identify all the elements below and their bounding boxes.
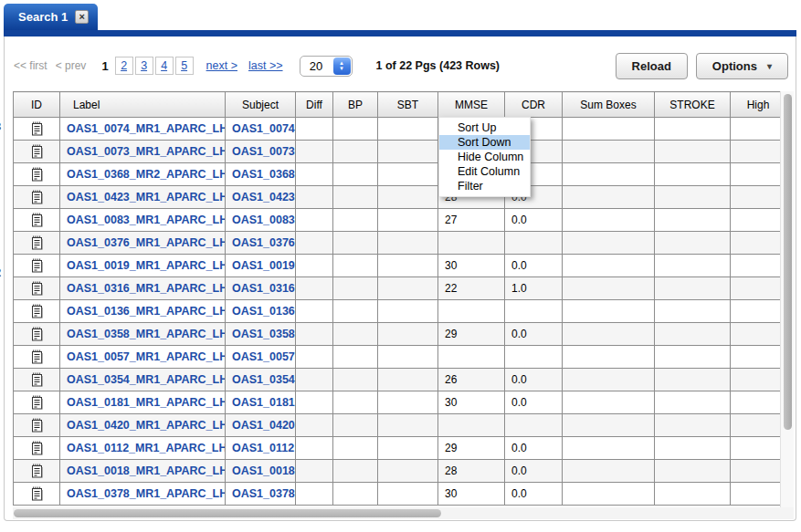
- cell-mmse: 30: [438, 483, 505, 506]
- report-icon[interactable]: [31, 190, 43, 204]
- row-label-link[interactable]: OAS1_0136_MR1_APARC_LH: [60, 300, 226, 323]
- report-icon[interactable]: [31, 441, 43, 455]
- column-header-id[interactable]: ID: [14, 92, 60, 118]
- page-link[interactable]: 2: [121, 59, 127, 72]
- row-subject-link[interactable]: OAS1_0354: [226, 369, 296, 391]
- row-subject-link[interactable]: OAS1_0073: [226, 141, 296, 163]
- horizontal-scrollbar-thumb[interactable]: [14, 509, 441, 517]
- row-subject-link[interactable]: OAS1_0358: [226, 323, 296, 346]
- menu-item-sort-up[interactable]: Sort Up: [439, 120, 530, 135]
- pagination-page-5[interactable]: 5: [175, 57, 194, 75]
- column-header-sbt[interactable]: SBT: [378, 92, 438, 118]
- report-icon[interactable]: [31, 464, 43, 478]
- report-icon[interactable]: [31, 395, 43, 410]
- tab-search-1[interactable]: Search 1 ×: [4, 4, 98, 30]
- cell-diff: [296, 483, 333, 506]
- column-header-stroke[interactable]: STROKE: [655, 92, 731, 118]
- cell-high: [731, 346, 781, 369]
- report-icon[interactable]: [31, 486, 43, 501]
- column-header-label[interactable]: Label: [60, 92, 226, 118]
- column-header-cdr[interactable]: CDR: [505, 92, 563, 118]
- column-header-bp[interactable]: BP: [333, 92, 378, 118]
- row-label-link[interactable]: OAS1_0073_MR1_APARC_LH: [60, 141, 226, 163]
- column-header-high[interactable]: High: [731, 92, 781, 118]
- row-label-link[interactable]: OAS1_0420_MR1_APARC_LH: [60, 414, 226, 437]
- row-label-link[interactable]: OAS1_0112_MR1_APARC_LH: [60, 437, 226, 460]
- reload-button[interactable]: Reload: [616, 53, 688, 79]
- cell-cdr: 0.0: [505, 255, 563, 277]
- row-subject-link[interactable]: OAS1_0316: [226, 277, 296, 300]
- row-label-link[interactable]: OAS1_0074_MR1_APARC_LH: [60, 118, 226, 141]
- vertical-scrollbar-thumb[interactable]: [784, 94, 792, 430]
- page-link[interactable]: 3: [141, 59, 147, 72]
- row-label-link[interactable]: OAS1_0423_MR1_APARC_LH: [60, 186, 226, 209]
- row-subject-link[interactable]: OAS1_0181: [226, 391, 296, 414]
- pagination-page-4[interactable]: 4: [155, 57, 174, 75]
- row-label-link[interactable]: OAS1_0018_MR1_APARC_LH: [60, 460, 226, 483]
- row-label-link[interactable]: OAS1_0181_MR1_APARC_LH: [60, 391, 226, 414]
- table-row: OAS1_0057_MR1_APARC_LH OAS1_0057: [14, 346, 781, 369]
- pagination-next[interactable]: next >: [206, 59, 237, 72]
- tab-close-icon[interactable]: ×: [75, 10, 89, 24]
- row-id-cell: [14, 118, 60, 141]
- report-icon[interactable]: [31, 327, 43, 341]
- row-subject-link[interactable]: OAS1_0057: [226, 346, 296, 369]
- report-icon[interactable]: [31, 213, 43, 227]
- report-icon[interactable]: [31, 281, 43, 296]
- row-subject-link[interactable]: OAS1_0074: [226, 118, 296, 141]
- report-icon[interactable]: [31, 235, 43, 250]
- page-size-select[interactable]: 20 ▲▼: [300, 56, 353, 77]
- row-label-link[interactable]: OAS1_0057_MR1_APARC_LH: [60, 346, 226, 369]
- menu-item-filter[interactable]: Filter: [439, 179, 530, 193]
- row-subject-link[interactable]: OAS1_0112: [226, 437, 296, 460]
- pagination-page-3[interactable]: 3: [135, 57, 153, 75]
- cell-diff: [296, 414, 333, 437]
- options-button[interactable]: Options▾: [696, 53, 788, 79]
- column-header-subject[interactable]: Subject: [226, 92, 296, 118]
- row-label-link[interactable]: OAS1_0368_MR2_APARC_LH: [60, 163, 226, 186]
- row-subject-link[interactable]: OAS1_0378: [226, 483, 296, 506]
- cell-sum-boxes: [563, 391, 655, 414]
- column-header-mmse[interactable]: MMSE: [438, 92, 505, 118]
- cell-diff: [296, 186, 333, 209]
- column-header-diff[interactable]: Diff: [296, 92, 333, 118]
- row-label-link[interactable]: OAS1_0316_MR1_APARC_LH: [60, 277, 226, 300]
- row-subject-link[interactable]: OAS1_0376: [226, 232, 296, 255]
- menu-item-edit-column[interactable]: Edit Column: [439, 164, 530, 179]
- horizontal-scrollbar[interactable]: [13, 507, 794, 519]
- row-subject-link[interactable]: OAS1_0083: [226, 209, 296, 232]
- row-label-link[interactable]: OAS1_0354_MR1_APARC_LH: [60, 369, 226, 391]
- page-link[interactable]: 4: [161, 59, 167, 72]
- report-icon[interactable]: [31, 167, 43, 182]
- row-subject-link[interactable]: OAS1_0420: [226, 414, 296, 437]
- row-label-link[interactable]: OAS1_0378_MR1_APARC_LH: [60, 483, 226, 506]
- row-label-link[interactable]: OAS1_0358_MR1_APARC_LH: [60, 323, 226, 346]
- row-label-link[interactable]: OAS1_0083_MR1_APARC_LH: [60, 209, 226, 232]
- cell-diff: [296, 300, 333, 323]
- column-header-sum-boxes[interactable]: Sum Boxes: [563, 92, 655, 118]
- report-icon[interactable]: [31, 349, 43, 364]
- row-label-link[interactable]: OAS1_0019_MR1_APARC_LH: [60, 255, 226, 277]
- report-icon[interactable]: [31, 418, 43, 433]
- row-subject-link[interactable]: OAS1_0019: [226, 255, 296, 277]
- row-id-cell: [14, 460, 60, 483]
- report-icon[interactable]: [31, 121, 43, 136]
- page-link[interactable]: 5: [181, 59, 187, 72]
- cell-bp: [333, 209, 378, 232]
- row-subject-link[interactable]: OAS1_0018: [226, 460, 296, 483]
- report-icon[interactable]: [31, 144, 43, 159]
- report-icon[interactable]: [31, 304, 43, 318]
- row-label-link[interactable]: OAS1_0376_MR1_APARC_LH: [60, 232, 226, 255]
- pagination-last[interactable]: last >>: [248, 59, 283, 72]
- report-icon[interactable]: [31, 258, 43, 273]
- row-subject-link[interactable]: OAS1_0423: [226, 186, 296, 209]
- row-subject-link[interactable]: OAS1_0136: [226, 300, 296, 323]
- menu-item-sort-down[interactable]: Sort Down: [439, 135, 530, 150]
- pagination-page-2[interactable]: 2: [115, 57, 133, 75]
- row-id-cell: [14, 323, 60, 346]
- cell-sbt: [378, 437, 438, 460]
- report-icon[interactable]: [31, 372, 43, 387]
- vertical-scrollbar[interactable]: [780, 91, 794, 507]
- row-subject-link[interactable]: OAS1_0368: [226, 163, 296, 186]
- menu-item-hide-column[interactable]: Hide Column: [439, 150, 530, 164]
